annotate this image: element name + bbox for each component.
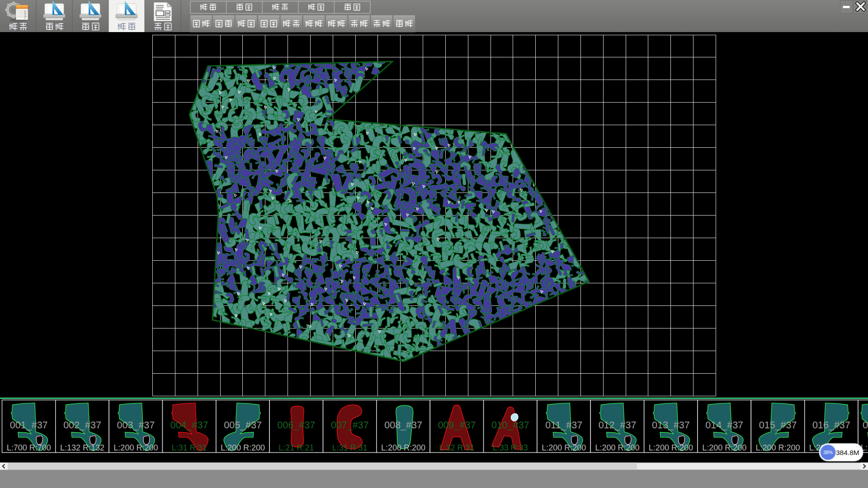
- svg-text:L:200 R:200: L:200 R:200: [595, 443, 639, 452]
- svg-text:013_#37: 013_#37: [652, 420, 690, 431]
- svg-text:012_#37: 012_#37: [599, 420, 637, 431]
- svg-text:002_#37: 002_#37: [63, 420, 101, 431]
- svg-text:38%: 38%: [823, 450, 833, 455]
- svg-text:L:200 R:200: L:200 R:200: [756, 443, 800, 452]
- svg-text:016_#37: 016_#37: [812, 420, 850, 431]
- svg-text:010_#37: 010_#37: [491, 420, 529, 431]
- svg-text:384.8M: 384.8M: [836, 449, 859, 456]
- svg-text:L:132 R:132: L:132 R:132: [60, 443, 104, 452]
- svg-text:L:200 R:200: L:200 R:200: [702, 443, 746, 452]
- svg-text:014_#37: 014_#37: [705, 420, 743, 431]
- svg-text:L:21 R:21: L:21 R:21: [278, 443, 314, 452]
- svg-text:L:200 R:200: L:200 R:200: [221, 443, 265, 452]
- svg-text:009_#37: 009_#37: [438, 420, 476, 431]
- svg-text:006_#37: 006_#37: [278, 420, 316, 431]
- svg-text:L:200 R:200: L:200 R:200: [381, 443, 425, 452]
- svg-text:L:31 R:31: L:31 R:31: [332, 443, 368, 452]
- svg-text:007_#37: 007_#37: [331, 420, 369, 431]
- svg-text:L:200 R:200: L:200 R:200: [649, 443, 693, 452]
- svg-text:003_#37: 003_#37: [117, 420, 155, 431]
- svg-text:004_#37: 004_#37: [170, 420, 208, 431]
- svg-text:015_#37: 015_#37: [759, 420, 797, 431]
- svg-text:L:31 R:31: L:31 R:31: [172, 443, 207, 452]
- svg-text:L:200 R:200: L:200 R:200: [113, 443, 158, 452]
- svg-text:L:32 R:31: L:32 R:31: [439, 443, 474, 452]
- svg-text:L:33 R:33: L:33 R:33: [493, 443, 528, 452]
- svg-text:005_#37: 005_#37: [224, 420, 262, 431]
- svg-text:008_#37: 008_#37: [384, 420, 422, 431]
- svg-text:0: 0: [863, 419, 868, 431]
- svg-text:L:200 R:200: L:200 R:200: [542, 443, 586, 452]
- svg-text:011_#37: 011_#37: [545, 420, 582, 431]
- svg-text:L:700 R:700: L:700 R:700: [7, 443, 51, 452]
- svg-text:001_#37: 001_#37: [10, 420, 48, 431]
